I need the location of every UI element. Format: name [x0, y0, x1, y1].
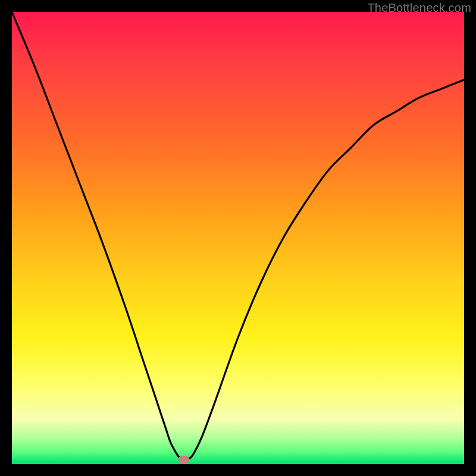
bottleneck-curve — [12, 12, 464, 460]
curve-svg — [12, 12, 464, 464]
selection-marker — [178, 456, 189, 463]
plot-area — [12, 12, 464, 464]
chart-frame: TheBottleneck.com — [0, 0, 476, 476]
